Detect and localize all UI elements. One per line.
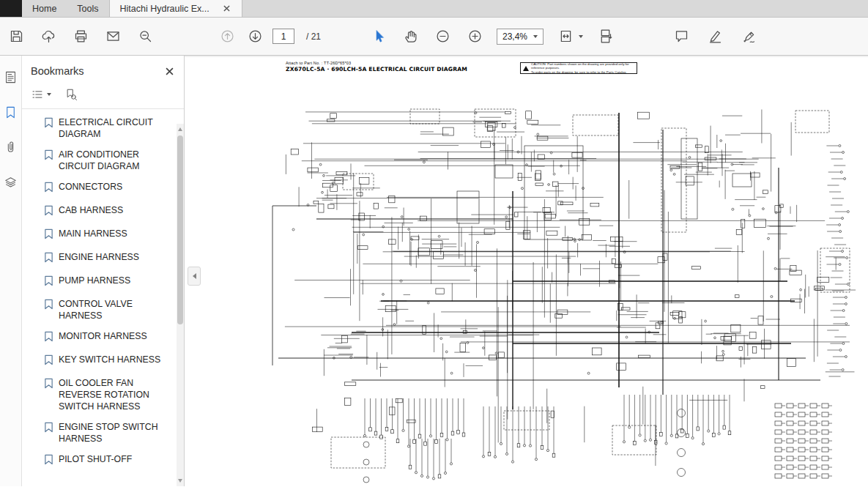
- chevron-down-icon: [47, 93, 51, 96]
- bookmark-flag-icon: [44, 354, 53, 368]
- bookmark-item[interactable]: CAB HARNESS: [44, 204, 184, 219]
- bookmark-flag-icon: [44, 182, 53, 196]
- fill-sign-icon[interactable]: [738, 26, 759, 47]
- bookmark-flag-icon: [44, 299, 53, 321]
- chevron-down-icon: [533, 35, 538, 38]
- bookmarks-panel: Bookmarks ELECTRICAL CIRCUIT DIAGRAM AIR…: [22, 56, 185, 486]
- bookmark-flag-icon: [44, 252, 53, 266]
- bookmark-flag-icon: [44, 378, 53, 412]
- email-icon[interactable]: [103, 26, 123, 47]
- hand-tool-icon[interactable]: [400, 26, 420, 47]
- options-icon[interactable]: [31, 88, 51, 101]
- app-menu-corner[interactable]: [0, 0, 22, 17]
- zoom-level-dropdown[interactable]: 23,4%: [497, 29, 544, 45]
- bookmark-flag-icon: [44, 149, 53, 172]
- scroll-up-arrow-icon[interactable]: [178, 127, 182, 131]
- bookmark-flag-icon: [44, 228, 53, 242]
- zoom-level-value: 23,4%: [502, 31, 527, 42]
- bookmark-flag-icon: [44, 422, 53, 445]
- navigation-pane-strip: [0, 56, 22, 486]
- bookmark-item[interactable]: PILOT SHUT-OFF: [44, 453, 184, 466]
- circuit-diagram: [185, 56, 868, 486]
- zoom-in-icon[interactable]: [464, 26, 485, 47]
- page-thumbnails-icon[interactable]: [3, 69, 19, 85]
- page-scroll-icon[interactable]: [595, 26, 615, 47]
- bookmark-item[interactable]: ELECTRICAL CIRCUIT DIAGRAM: [44, 116, 184, 140]
- tab-document[interactable]: Hitachi Hydraulic Ex...: [109, 0, 242, 17]
- collapse-panel-button[interactable]: [188, 267, 201, 286]
- bookmark-flag-icon: [44, 205, 53, 219]
- select-tool-icon[interactable]: [368, 26, 388, 47]
- main-toolbar: / 21 23,4%: [0, 18, 868, 56]
- tab-tools[interactable]: Tools: [67, 0, 108, 17]
- bookmark-item[interactable]: CONNECTORS: [44, 181, 184, 196]
- share-cloud-icon[interactable]: [38, 26, 59, 47]
- expand-current-bookmark-icon[interactable]: [64, 88, 78, 101]
- bookmark-item[interactable]: KEY SWITCH HARNESS: [44, 354, 184, 368]
- bookmarks-panel-toolbar: [22, 83, 184, 109]
- bookmarks-panel-header: Bookmarks: [22, 56, 184, 83]
- bookmark-item[interactable]: OIL COOLER FAN REVERSE ROTATION SWITCH H…: [44, 377, 184, 412]
- page-total-label: / 21: [306, 31, 321, 42]
- highlight-icon[interactable]: [705, 26, 725, 47]
- print-icon[interactable]: [70, 26, 91, 47]
- bookmarks-icon[interactable]: [3, 104, 19, 120]
- bookmark-flag-icon: [44, 117, 53, 140]
- layers-icon[interactable]: [3, 174, 19, 190]
- scroll-down-arrow-icon[interactable]: [178, 479, 182, 483]
- bookmark-item[interactable]: CONTROL VALVE HARNESS: [44, 298, 184, 321]
- bookmark-item[interactable]: PUMP HARNESS: [44, 275, 184, 289]
- document-page: Attach to Part No. : TT-26D*65*03 ZX670L…: [185, 56, 868, 486]
- page-fit-button[interactable]: [555, 26, 583, 47]
- bookmark-flag-icon: [44, 331, 53, 345]
- bookmark-item[interactable]: ENGINE STOP SWITCH HARNESS: [44, 421, 184, 445]
- close-icon[interactable]: [163, 65, 175, 77]
- bookmark-flag-icon: [44, 454, 53, 466]
- document-tab-title: Hitachi Hydraulic Ex...: [120, 4, 209, 14]
- panel-title: Bookmarks: [31, 65, 84, 77]
- previous-page-icon[interactable]: [217, 26, 237, 47]
- content-area: Bookmarks ELECTRICAL CIRCUIT DIAGRAM AIR…: [0, 56, 868, 486]
- bookmark-item[interactable]: MAIN HARNESS: [44, 228, 184, 242]
- chevron-left-icon: [193, 273, 196, 279]
- chevron-down-icon: [579, 35, 583, 38]
- zoom-out-icon[interactable]: [432, 26, 453, 47]
- search-icon[interactable]: [135, 26, 155, 47]
- save-icon[interactable]: [6, 26, 26, 47]
- bookmark-item[interactable]: AIR CONDITIONER CIRCUIT DIAGRAM: [44, 149, 184, 172]
- bookmark-list: ELECTRICAL CIRCUIT DIAGRAM AIR CONDITION…: [22, 109, 184, 466]
- scrollbar-thumb[interactable]: [177, 135, 183, 324]
- bookmark-item[interactable]: ENGINE HARNESS: [44, 251, 184, 266]
- attachments-icon[interactable]: [3, 139, 19, 155]
- bookmark-flag-icon: [44, 275, 53, 289]
- bookmarks-scrollbar[interactable]: [177, 124, 184, 486]
- bookmark-item[interactable]: MONITOR HARNESS: [44, 330, 184, 345]
- tab-close-icon[interactable]: [223, 4, 231, 13]
- page-number-input[interactable]: [272, 29, 294, 44]
- page-fit-icon: [555, 26, 576, 47]
- next-page-icon[interactable]: [245, 26, 265, 47]
- comment-icon[interactable]: [671, 26, 691, 47]
- tab-home[interactable]: Home: [22, 0, 67, 17]
- window-tab-bar: Home Tools Hitachi Hydraulic Ex...: [0, 0, 868, 18]
